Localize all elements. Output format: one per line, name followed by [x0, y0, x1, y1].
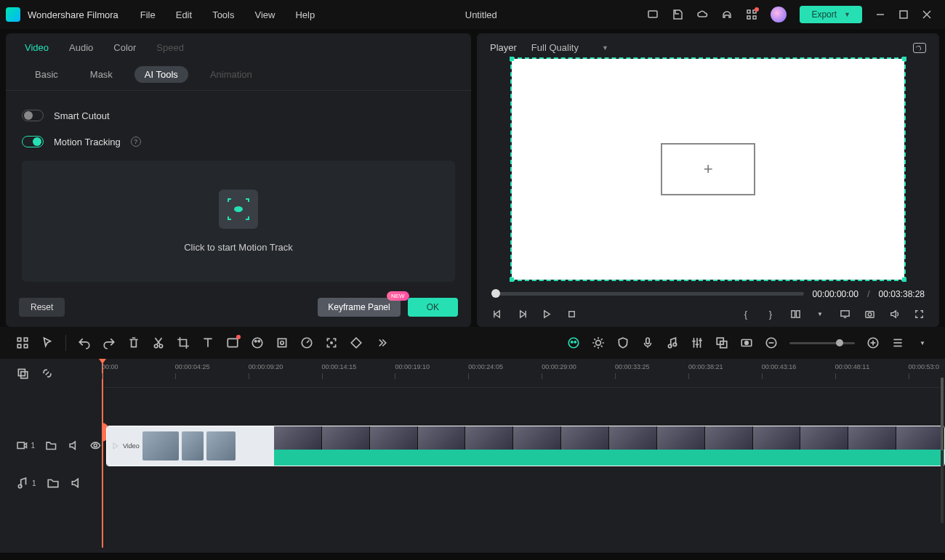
mark-out-button[interactable]: } [765, 308, 776, 320]
keyframe-panel-button[interactable]: Keyframe Panel NEW [318, 298, 400, 317]
minimize-icon[interactable] [875, 9, 885, 20]
user-avatar-icon[interactable] [771, 7, 787, 23]
document-title: Untitled [315, 9, 647, 20]
screenshot-button[interactable] [226, 336, 239, 349]
cut-button[interactable] [152, 336, 165, 349]
ruler-tick: 00:00:48:11 [835, 363, 870, 370]
current-time: 00:00:00:00 [813, 289, 858, 299]
keyframe-icon[interactable] [350, 336, 363, 349]
chevron-down-icon[interactable]: ▼ [916, 336, 929, 349]
smart-cutout-toggle[interactable] [22, 110, 44, 121]
effects-icon[interactable] [592, 336, 605, 349]
menu-edit[interactable]: Edit [176, 9, 192, 20]
list-view-icon[interactable] [891, 336, 904, 349]
redo-button[interactable] [102, 336, 116, 349]
palette-button[interactable] [251, 336, 264, 349]
folder-icon[interactable] [45, 439, 57, 452]
tab-color[interactable]: Color [113, 42, 136, 53]
next-frame-button[interactable] [516, 308, 528, 320]
quality-select[interactable]: Full Quality ▼ [531, 42, 608, 53]
shield-icon[interactable] [616, 336, 630, 349]
ok-button[interactable]: OK [408, 298, 458, 317]
snapshot-icon[interactable] [913, 43, 926, 53]
prev-frame-button[interactable] [491, 308, 503, 320]
layout-button[interactable] [789, 308, 801, 320]
play-button[interactable] [541, 308, 552, 320]
preview-canvas[interactable]: + [512, 59, 904, 280]
crop-button[interactable] [177, 336, 190, 349]
undo-button[interactable] [78, 336, 91, 349]
scrub-bar[interactable] [491, 292, 804, 296]
speed-button[interactable] [300, 336, 313, 349]
svg-rect-12 [796, 310, 800, 317]
overlay-icon[interactable] [715, 336, 728, 349]
zoom-out-button[interactable] [765, 336, 778, 349]
mic-icon[interactable] [641, 336, 654, 349]
cursor-icon[interactable] [41, 336, 54, 349]
display-preview-button[interactable] [839, 308, 850, 320]
chevron-down-icon[interactable]: ▼ [814, 308, 826, 320]
apps-icon[interactable] [746, 9, 757, 20]
video-clip[interactable]: Video [106, 426, 945, 466]
mute-icon[interactable] [70, 476, 83, 490]
timeline-ruler[interactable]: 00:0000:00:04:2500:00:09:2000:00:14:1500… [102, 359, 945, 388]
folder-icon[interactable] [47, 476, 60, 490]
scrub-handle[interactable] [491, 289, 500, 298]
grid-icon[interactable] [16, 336, 29, 349]
focus-button[interactable] [325, 336, 338, 349]
video-track-index: 1 [31, 442, 36, 450]
maximize-icon[interactable] [898, 9, 909, 20]
menu-view[interactable]: View [254, 9, 275, 20]
menu-file[interactable]: File [140, 9, 156, 20]
svg-rect-18 [24, 338, 28, 341]
text-button[interactable] [201, 336, 214, 349]
zoom-slider[interactable] [789, 342, 855, 344]
audio-track-body[interactable] [102, 468, 945, 498]
corner-handle[interactable] [902, 57, 906, 61]
save-icon[interactable] [672, 9, 683, 20]
help-icon[interactable]: ? [131, 137, 141, 147]
tracker-target-box[interactable]: + [661, 143, 755, 195]
volume-icon[interactable] [888, 308, 900, 320]
delete-button[interactable] [127, 336, 140, 349]
smart-cutout-row: Smart Cutout [22, 102, 455, 129]
tab-video[interactable]: Video [25, 42, 49, 53]
close-icon[interactable] [922, 9, 932, 20]
ai-portrait-icon[interactable] [567, 336, 580, 349]
record-icon[interactable] [740, 336, 753, 349]
export-button[interactable]: Export ▼ [800, 6, 862, 23]
more-button[interactable] [374, 336, 387, 349]
link-icon[interactable] [41, 367, 54, 380]
menu-help[interactable]: Help [295, 9, 315, 20]
mark-in-button[interactable]: { [740, 308, 752, 320]
headphones-icon[interactable] [721, 9, 733, 20]
player-label: Player [490, 42, 517, 53]
corner-handle[interactable] [510, 57, 514, 61]
sticker-button[interactable] [276, 336, 289, 349]
timeline-toolbar: ▼ [0, 327, 945, 359]
stop-button[interactable] [566, 308, 577, 320]
menu-tools[interactable]: Tools [212, 9, 234, 20]
reset-button[interactable]: Reset [19, 298, 65, 317]
subtab-basic[interactable]: Basic [25, 66, 68, 83]
zoom-in-button[interactable] [866, 336, 880, 349]
corner-handle[interactable] [510, 277, 514, 282]
video-track-body[interactable]: Video [102, 423, 945, 468]
motion-track-button[interactable] [219, 190, 258, 229]
camera-icon[interactable] [864, 308, 875, 320]
mixer-icon[interactable] [691, 336, 704, 349]
subtab-ai-tools[interactable]: AI Tools [134, 66, 188, 83]
motion-tracking-toggle[interactable] [22, 136, 44, 147]
cloud-icon[interactable] [696, 9, 708, 20]
timeline-scrollbar[interactable] [941, 378, 944, 523]
corner-handle[interactable] [902, 277, 906, 282]
display-icon[interactable] [647, 9, 659, 20]
subtab-mask[interactable]: Mask [80, 66, 123, 83]
fullscreen-icon[interactable] [913, 308, 925, 320]
tab-audio[interactable]: Audio [69, 42, 93, 53]
svg-point-28 [281, 341, 284, 345]
mute-icon[interactable] [68, 439, 80, 452]
music-icon[interactable] [666, 336, 679, 349]
eye-icon[interactable] [89, 439, 102, 452]
copy-icon[interactable] [16, 367, 29, 380]
